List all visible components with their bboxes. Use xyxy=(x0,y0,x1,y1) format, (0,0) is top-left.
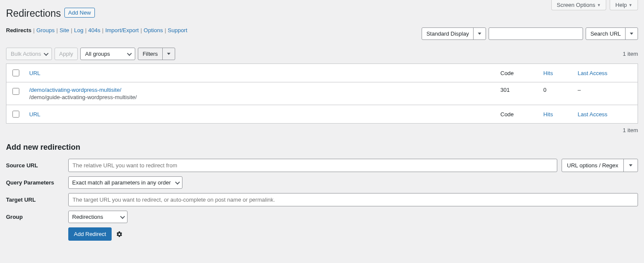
source-url-input[interactable] xyxy=(68,159,557,172)
row-hits: 0 xyxy=(539,82,574,105)
separator: | xyxy=(69,27,74,33)
bulk-actions-label: Bulk Actions xyxy=(11,51,41,57)
group-select[interactable]: Redirections xyxy=(68,211,128,223)
add-redirection-heading: Add new redirection xyxy=(6,143,638,152)
chevron-down-icon xyxy=(175,179,180,184)
col-code-footer: Code xyxy=(496,105,539,124)
chevron-down-icon xyxy=(120,214,125,218)
col-last-footer[interactable]: Last Access xyxy=(578,111,608,118)
subnav-item-import-export[interactable]: Import/Export xyxy=(105,27,139,33)
source-url-label: Source URL xyxy=(6,162,64,169)
row-target-url: /demo/guide-activating-wordpress-multisi… xyxy=(29,94,492,100)
gear-icon[interactable] xyxy=(116,231,123,238)
separator: | xyxy=(163,27,167,33)
select-all-checkbox-bottom[interactable] xyxy=(12,111,19,118)
caret-down-icon: ▼ xyxy=(629,3,632,7)
query-params-label: Query Parameters xyxy=(6,179,64,186)
chevron-down-icon[interactable] xyxy=(473,28,486,39)
url-options-label: URL options / Regex xyxy=(562,159,623,172)
subnav-item-options[interactable]: Options xyxy=(144,27,163,33)
subnav-item-groups[interactable]: Groups xyxy=(36,27,55,33)
display-mode-select[interactable]: Standard Display xyxy=(422,27,486,40)
col-hits-header[interactable]: Hits xyxy=(544,70,553,76)
help-tab[interactable]: Help ▼ xyxy=(610,0,638,10)
row-source-url[interactable]: /demo/activating-wordpress-multisite/ xyxy=(29,87,122,93)
separator: | xyxy=(100,27,105,33)
caret-down-icon: ▼ xyxy=(597,3,601,7)
chevron-down-icon xyxy=(44,51,49,55)
query-params-select[interactable]: Exact match all parameters in any order xyxy=(68,176,182,189)
query-params-value: Exact match all parameters in any order xyxy=(72,179,171,186)
search-input[interactable] xyxy=(489,27,583,40)
chevron-down-icon xyxy=(127,51,132,55)
help-label: Help xyxy=(615,2,627,8)
separator: | xyxy=(83,27,88,33)
row-checkbox[interactable] xyxy=(12,88,19,95)
separator: | xyxy=(55,27,59,33)
group-select-value: Redirections xyxy=(72,214,103,220)
add-new-button[interactable]: Add New xyxy=(64,8,95,18)
item-count-bottom: 1 item xyxy=(6,127,638,133)
col-last-header[interactable]: Last Access xyxy=(578,70,608,76)
screen-options-tab[interactable]: Screen Options ▼ xyxy=(551,0,607,10)
separator: | xyxy=(139,27,143,33)
page-title: Redirections xyxy=(6,8,61,19)
group-filter-select[interactable]: All groups xyxy=(80,48,135,60)
item-count-top: 1 item xyxy=(623,51,638,57)
select-all-checkbox[interactable] xyxy=(12,70,19,76)
row-code: 301 xyxy=(496,82,539,105)
search-type-select[interactable]: Search URL xyxy=(586,27,638,40)
col-url-footer[interactable]: URL xyxy=(29,111,40,118)
group-filter-label: All groups xyxy=(85,51,110,57)
col-hits-footer[interactable]: Hits xyxy=(544,111,553,118)
add-redirect-button[interactable]: Add Redirect xyxy=(68,227,112,241)
target-url-input[interactable] xyxy=(68,193,638,206)
target-url-label: Target URL xyxy=(6,196,64,203)
row-last-access: – xyxy=(574,82,638,105)
filters-button[interactable]: Filters xyxy=(138,48,175,60)
separator: | xyxy=(31,27,36,33)
chevron-down-icon xyxy=(623,159,638,172)
subnav-item-404s[interactable]: 404s xyxy=(88,27,100,33)
redirects-table: URL Code Hits Last Access /demo/activati… xyxy=(6,63,638,124)
screen-options-label: Screen Options xyxy=(557,2,595,8)
subnav-item-log[interactable]: Log xyxy=(74,27,83,33)
subnav-item-support[interactable]: Support xyxy=(168,27,188,33)
display-mode-label: Standard Display xyxy=(422,28,473,39)
apply-button[interactable]: Apply xyxy=(55,48,78,60)
filters-label: Filters xyxy=(138,48,162,60)
subnav-item-redirects: Redirects xyxy=(6,27,31,33)
group-label: Group xyxy=(6,214,64,220)
table-row: /demo/activating-wordpress-multisite//de… xyxy=(6,82,638,105)
col-code-header: Code xyxy=(496,64,539,82)
chevron-down-icon xyxy=(162,48,175,60)
search-type-label: Search URL xyxy=(586,28,625,39)
subnav-item-site[interactable]: Site xyxy=(60,27,69,33)
bulk-actions-select[interactable]: Bulk Actions xyxy=(6,48,52,60)
url-options-select[interactable]: URL options / Regex xyxy=(562,159,638,172)
chevron-down-icon[interactable] xyxy=(625,28,638,39)
col-url-header[interactable]: URL xyxy=(29,70,40,76)
